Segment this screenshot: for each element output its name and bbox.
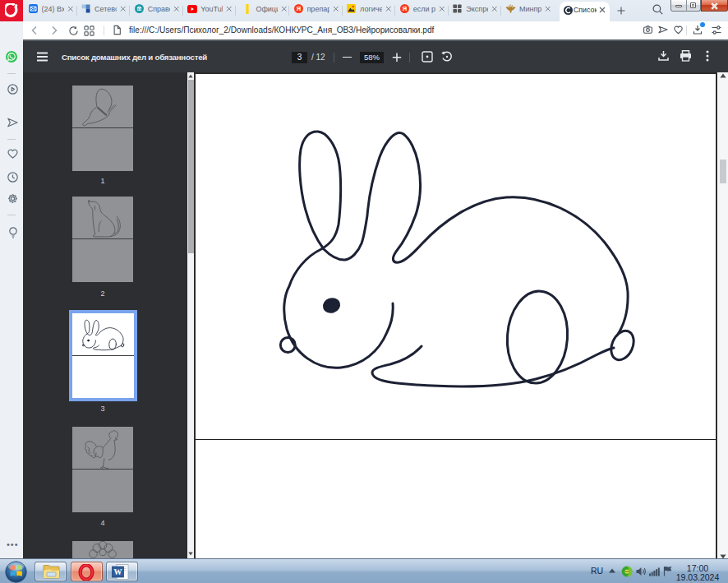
- svg-text:W: W: [114, 567, 122, 576]
- svg-text:Я: Я: [402, 5, 406, 12]
- svg-text:Я: Я: [296, 5, 300, 12]
